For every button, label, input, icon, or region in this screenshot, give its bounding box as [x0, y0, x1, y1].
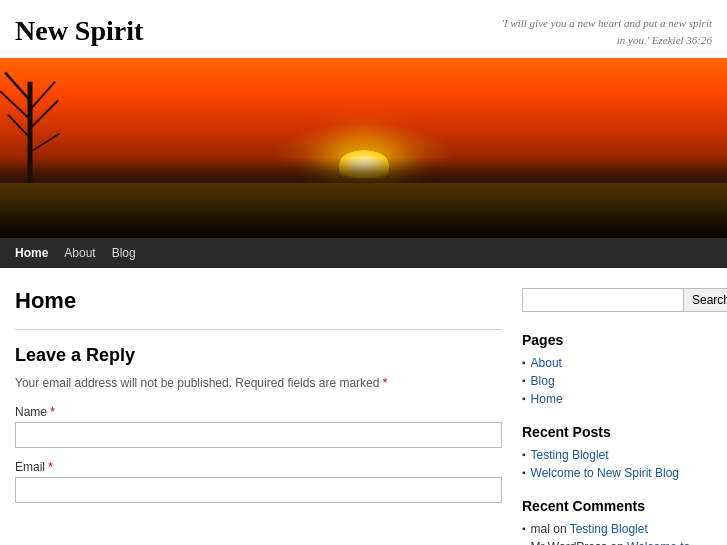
comment-author-mal: mal on Testing Bloglet [531, 522, 648, 536]
recent-posts-heading: Recent Posts [522, 424, 712, 440]
site-title: New Spirit [15, 15, 143, 47]
search-input[interactable] [522, 288, 684, 312]
svg-line-6 [30, 133, 60, 152]
navigation: Home About Blog [0, 238, 727, 268]
recent-comments-heading: Recent Comments [522, 498, 712, 514]
pages-list: About Blog Home [522, 356, 712, 406]
main-content: Home Leave a Reply Your email address wi… [15, 288, 502, 545]
email-label: Email * [15, 460, 502, 474]
list-item: Welcome to New Spirit Blog [522, 466, 712, 480]
email-field-group: Email * [15, 460, 502, 503]
svg-line-1 [5, 72, 30, 100]
list-item: Blog [522, 374, 712, 388]
email-input[interactable] [15, 477, 502, 503]
svg-line-4 [30, 82, 55, 110]
name-input[interactable] [15, 422, 502, 448]
page-heading: Home [15, 288, 502, 314]
comment-author-mr-wordpress: Mr WordPress on Welcome to New Spirit Bl… [531, 540, 712, 545]
post-testing-bloglet-link[interactable]: Testing Bloglet [531, 448, 609, 462]
name-required: * [50, 405, 55, 419]
comment-link-mr-wordpress[interactable]: Welcome to New Spirit Blog [531, 540, 691, 545]
search-box: Search [522, 288, 712, 312]
list-item: Home [522, 392, 712, 406]
recent-comments-section: Recent Comments mal on Testing Bloglet M… [522, 498, 712, 545]
post-welcome-link[interactable]: Welcome to New Spirit Blog [531, 466, 680, 480]
name-field-group: Name * [15, 405, 502, 448]
content-divider [15, 329, 502, 330]
list-item: mal on Testing Bloglet [522, 522, 712, 536]
list-item: Mr WordPress on Welcome to New Spirit Bl… [522, 540, 712, 545]
horizon [0, 183, 727, 238]
nav-about[interactable]: About [56, 244, 103, 262]
tagline: 'I will give you a new heart and put a n… [492, 15, 712, 48]
nav-blog[interactable]: Blog [104, 244, 144, 262]
pages-heading: Pages [522, 332, 712, 348]
list-item: Testing Bloglet [522, 448, 712, 462]
pages-section: Pages About Blog Home [522, 332, 712, 406]
name-label: Name * [15, 405, 502, 419]
pages-about-link[interactable]: About [531, 356, 562, 370]
hero-image [0, 58, 727, 238]
list-item: About [522, 356, 712, 370]
email-notice: Your email address will not be published… [15, 376, 502, 390]
pages-blog-link[interactable]: Blog [531, 374, 555, 388]
svg-line-3 [8, 115, 30, 138]
leave-reply-heading: Leave a Reply [15, 345, 502, 366]
required-indicator: * [383, 376, 388, 390]
email-required: * [48, 460, 53, 474]
comment-link-mal[interactable]: Testing Bloglet [570, 522, 648, 536]
recent-comments-list: mal on Testing Bloglet Mr WordPress on W… [522, 522, 712, 545]
recent-posts-list: Testing Bloglet Welcome to New Spirit Bl… [522, 448, 712, 480]
nav-home[interactable]: Home [15, 244, 56, 262]
search-button[interactable]: Search [684, 288, 727, 312]
recent-posts-section: Recent Posts Testing Bloglet Welcome to … [522, 424, 712, 480]
pages-home-link[interactable]: Home [531, 392, 563, 406]
sidebar: Search Pages About Blog Home Recent Post… [522, 288, 712, 545]
